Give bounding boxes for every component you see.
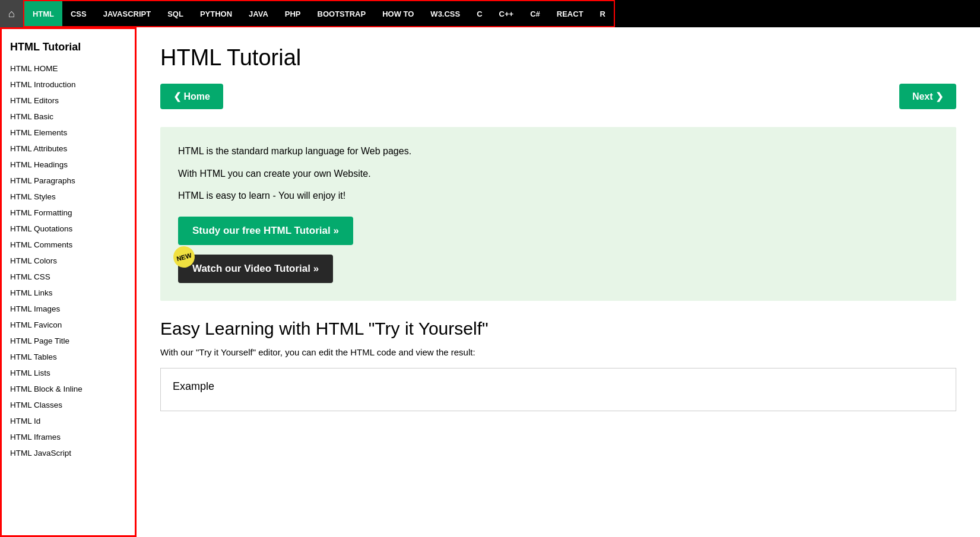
example-box: Example [160, 368, 956, 411]
nav-item-c#[interactable]: C# [522, 1, 548, 26]
sidebar-item-html-tables[interactable]: HTML Tables [2, 349, 135, 365]
sidebar-items-list: HTML HOMEHTML IntroductionHTML EditorsHT… [2, 61, 135, 461]
sidebar-item-html-styles[interactable]: HTML Styles [2, 189, 135, 205]
main-content: HTML Tutorial ❮ Home Next ❯ HTML is the … [137, 27, 980, 537]
sidebar-item-html-quotations[interactable]: HTML Quotations [2, 221, 135, 237]
sidebar-item-html-comments[interactable]: HTML Comments [2, 237, 135, 253]
study-btn[interactable]: Study our free HTML Tutorial » [178, 217, 353, 245]
sidebar-item-html-attributes[interactable]: HTML Attributes [2, 141, 135, 157]
nav-item-python[interactable]: PYTHON [192, 1, 240, 26]
nav-item-php[interactable]: PHP [277, 1, 309, 26]
page-title: HTML Tutorial [160, 45, 956, 71]
easy-learning-title: Easy Learning with HTML "Try it Yourself… [160, 319, 956, 339]
sidebar-item-html-basic[interactable]: HTML Basic [2, 109, 135, 125]
main-layout: HTML Tutorial HTML HOMEHTML Introduction… [0, 27, 980, 537]
intro-line: With HTML you can create your own Websit… [178, 166, 938, 182]
home-button[interactable]: ⌂ [0, 0, 23, 27]
sidebar-item-html-links[interactable]: HTML Links [2, 285, 135, 301]
sidebar-item-html-iframes[interactable]: HTML Iframes [2, 429, 135, 445]
example-label: Example [173, 380, 944, 393]
sidebar-item-html-css[interactable]: HTML CSS [2, 269, 135, 285]
intro-line: HTML is easy to learn - You will enjoy i… [178, 188, 938, 204]
sidebar-item-html-classes[interactable]: HTML Classes [2, 397, 135, 413]
sidebar: HTML Tutorial HTML HOMEHTML Introduction… [0, 27, 137, 537]
sidebar-item-html-formatting[interactable]: HTML Formatting [2, 205, 135, 221]
intro-line: HTML is the standard markup language for… [178, 144, 938, 159]
sidebar-item-html-introduction[interactable]: HTML Introduction [2, 77, 135, 93]
sidebar-item-html-id[interactable]: HTML Id [2, 413, 135, 429]
nav-items-border: HTMLCSSJAVASCRIPTSQLPYTHONJAVAPHPBOOTSTR… [23, 0, 615, 27]
top-navigation: ⌂ HTMLCSSJAVASCRIPTSQLPYTHONJAVAPHPBOOTS… [0, 0, 980, 27]
nav-item-c++[interactable]: C++ [491, 1, 522, 26]
home-icon: ⌂ [8, 8, 15, 20]
intro-box: HTML is the standard markup language for… [160, 127, 956, 301]
nav-item-bootstrap[interactable]: BOOTSTRAP [309, 1, 375, 26]
sidebar-item-html-colors[interactable]: HTML Colors [2, 253, 135, 269]
intro-lines: HTML is the standard markup language for… [178, 144, 938, 204]
nav-item-java[interactable]: JAVA [240, 1, 277, 26]
nav-item-javascript[interactable]: JAVASCRIPT [95, 1, 159, 26]
sidebar-item-html-page-title[interactable]: HTML Page Title [2, 333, 135, 349]
sidebar-item-html-headings[interactable]: HTML Headings [2, 157, 135, 173]
nav-item-r[interactable]: R [592, 1, 614, 26]
nav-item-html[interactable]: HTML [24, 1, 62, 26]
nav-item-how-to[interactable]: HOW TO [374, 1, 422, 26]
sidebar-item-html-lists[interactable]: HTML Lists [2, 365, 135, 381]
easy-learning-desc: With our "Try it Yourself" editor, you c… [160, 347, 956, 357]
video-btn[interactable]: Watch our Video Tutorial » [178, 255, 333, 283]
sidebar-item-html-elements[interactable]: HTML Elements [2, 125, 135, 141]
nav-buttons-row: ❮ Home Next ❯ [160, 84, 956, 109]
nav-item-w3.css[interactable]: W3.CSS [422, 1, 468, 26]
sidebar-item-html-block-&-inline[interactable]: HTML Block & Inline [2, 381, 135, 397]
sidebar-item-html-editors[interactable]: HTML Editors [2, 93, 135, 109]
sidebar-item-html-images[interactable]: HTML Images [2, 301, 135, 317]
sidebar-item-html-home[interactable]: HTML HOME [2, 61, 135, 77]
nav-item-css[interactable]: CSS [62, 1, 95, 26]
video-btn-wrapper: NEW Watch our Video Tutorial » [178, 255, 333, 283]
nav-item-c[interactable]: C [468, 1, 490, 26]
sidebar-item-html-favicon[interactable]: HTML Favicon [2, 317, 135, 333]
prev-button[interactable]: ❮ Home [160, 84, 223, 109]
nav-item-sql[interactable]: SQL [159, 1, 192, 26]
nav-item-react[interactable]: REACT [548, 1, 592, 26]
sidebar-title: HTML Tutorial [2, 35, 135, 61]
sidebar-item-html-javascript[interactable]: HTML JavaScript [2, 445, 135, 461]
sidebar-item-html-paragraphs[interactable]: HTML Paragraphs [2, 173, 135, 189]
next-button[interactable]: Next ❯ [899, 84, 956, 109]
